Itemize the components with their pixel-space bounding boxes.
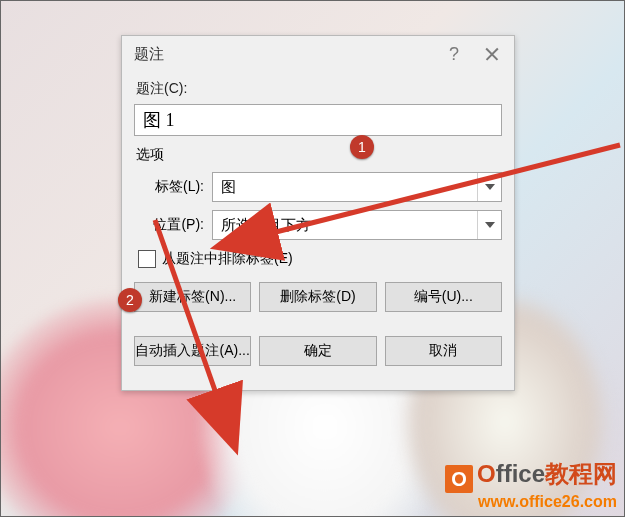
chevron-down-icon (477, 173, 501, 201)
delete-label-button[interactable]: 删除标签(D) (259, 282, 376, 312)
watermark: OOffice教程网 www.office26.com (445, 460, 617, 511)
label-select[interactable]: 图 (212, 172, 502, 202)
exclude-label-text: 从题注中排除标签(E) (162, 250, 293, 268)
options-header: 选项 (136, 146, 502, 164)
ok-button[interactable]: 确定 (259, 336, 376, 366)
chevron-down-icon (477, 211, 501, 239)
watermark-url: www.office26.com (445, 493, 617, 511)
close-button[interactable] (474, 40, 510, 68)
cancel-button[interactable]: 取消 (385, 336, 502, 366)
numbering-button[interactable]: 编号(U)... (385, 282, 502, 312)
position-select[interactable]: 所选项目下方 (212, 210, 502, 240)
caption-dialog: 题注 ? 题注(C): 图 1 选项 标签(L): 图 位置(P): 所选项目下… (121, 35, 515, 391)
label-field-label: 标签(L): (134, 178, 212, 196)
caption-input[interactable]: 图 1 (134, 104, 502, 136)
close-icon (485, 47, 499, 61)
position-select-value: 所选项目下方 (221, 216, 311, 235)
auto-caption-button[interactable]: 自动插入题注(A)... (134, 336, 251, 366)
caption-label: 题注(C): (136, 80, 502, 98)
position-field-label: 位置(P): (134, 216, 212, 234)
label-select-value: 图 (221, 178, 236, 197)
exclude-label-checkbox-row[interactable]: 从题注中排除标签(E) (138, 250, 502, 268)
logo-icon: O (445, 465, 473, 493)
caption-value: 图 1 (143, 108, 175, 132)
help-button[interactable]: ? (436, 40, 472, 68)
dialog-titlebar: 题注 ? (122, 36, 514, 72)
checkbox-icon (138, 250, 156, 268)
dialog-title: 题注 (134, 45, 436, 64)
new-label-button[interactable]: 新建标签(N)... (134, 282, 251, 312)
